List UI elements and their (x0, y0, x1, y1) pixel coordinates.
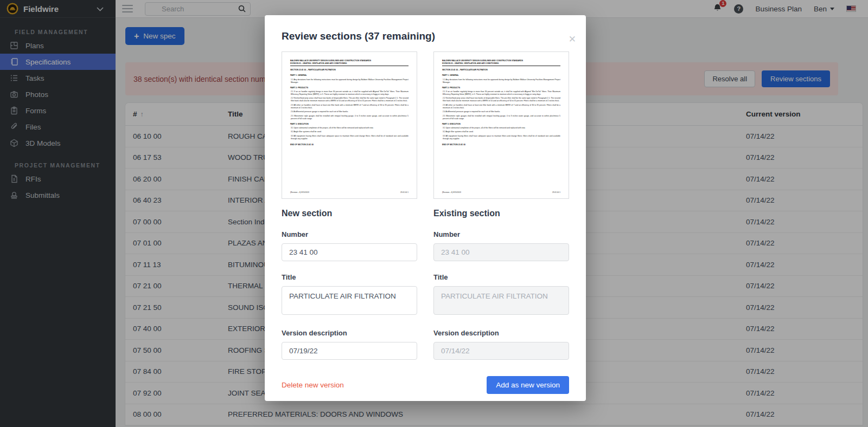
number-label: Number (282, 230, 417, 238)
doc-page: BALDWIN WALLACE UNIVERSITY DESIGN GUIDEL… (290, 60, 409, 146)
existing-section-version-input (433, 342, 569, 360)
version-description-label: Version description (282, 329, 417, 337)
doc-line: 2.3 All other air handlers shall have at… (290, 104, 409, 109)
doc-line: 2.1 If an air handler regularly brings i… (290, 90, 409, 96)
doc-line: 2.4 A differential pressure gauge is req… (442, 111, 560, 113)
new-section-version-input[interactable] (282, 342, 417, 360)
doc-line: END OF SECTION 23 41 00 (442, 144, 560, 146)
doc-line: 2.2 Kitchen/food prep areas shall have t… (442, 97, 560, 102)
doc-line: 3.2 Angle filter systems shall be used. (290, 131, 409, 133)
doc-line: 3.1 Upon substantial completion of the p… (442, 127, 560, 130)
doc-line: 2.5 Monometer style gauges shall be inst… (290, 115, 409, 120)
doc-line: SECTION 23 41 00 – PARTICULATE AIR FILTR… (290, 69, 409, 72)
title-label: Title (282, 273, 417, 281)
close-icon[interactable]: ✕ (569, 35, 576, 44)
modal-title: Review sections (37 remaining) (282, 30, 569, 42)
new-section-title-input[interactable] (282, 286, 417, 315)
doc-line: 3.3 All equipment having filters shall h… (290, 135, 409, 140)
review-sections-modal: ✕ Review sections (37 remaining) BALDWIN… (265, 15, 586, 401)
doc-page: BALDWIN WALLACE UNIVERSITY DESIGN GUIDEL… (442, 60, 560, 146)
existing-section-title-input (433, 286, 569, 315)
new-section-document-preview: BALDWIN WALLACE UNIVERSITY DESIGN GUIDEL… (282, 51, 417, 199)
doc-line: PART 1: GENERAL (442, 74, 560, 77)
doc-line: SECTION 23 41 00 – PARTICULATE AIR FILTR… (442, 69, 560, 72)
modal-footer: Delete new version Add as new version (282, 376, 569, 394)
doc-line: 2.4 A differential pressure gauge is req… (290, 111, 409, 113)
version-description-label: Version description (433, 329, 569, 337)
doc-line: PART 1: GENERAL (290, 74, 409, 77)
add-as-new-version-button[interactable]: Add as new version (487, 376, 569, 394)
new-section-number-input[interactable] (282, 243, 417, 261)
delete-new-version-link[interactable]: Delete new version (282, 381, 344, 389)
section-form-columns: New section Number Title Version descrip… (282, 199, 569, 360)
doc-footer: (Revision – 6) 8/15/201323 41 00 1 (290, 191, 409, 193)
doc-line: 3.1 Upon substantial completion of the p… (290, 127, 409, 130)
existing-section-number-input (433, 243, 569, 261)
existing-section-heading: Existing section (433, 209, 569, 218)
new-section-heading: New section (282, 209, 417, 218)
number-label: Number (433, 230, 569, 238)
doc-line: PART 3: EXECUTION (442, 123, 560, 126)
doc-line: 1.1 Any deviations from the following in… (290, 79, 409, 84)
doc-line: 2.1 If an air handler regularly brings i… (442, 90, 560, 96)
screen: Fieldwire FIELD MANAGEMENT Plans Specifi… (0, 0, 868, 427)
doc-footer: (Revision – 6) 8/15/201323 41 00 1 (442, 191, 560, 193)
existing-section-document-preview: BALDWIN WALLACE UNIVERSITY DESIGN GUIDEL… (433, 51, 569, 199)
doc-line: DIVISION 23 – HEATING, VENTILATION, AND … (442, 62, 560, 66)
doc-line: PART 3: EXECUTION (290, 123, 409, 126)
doc-line: 3.3 All equipment having filters shall h… (442, 135, 560, 140)
document-previews: BALDWIN WALLACE UNIVERSITY DESIGN GUIDEL… (282, 51, 569, 199)
doc-line: 2.2 Kitchen/food prep areas shall have t… (290, 97, 409, 102)
existing-section-column: Existing section Number Title Version de… (433, 199, 569, 360)
doc-line: PART 2: PRODUCTS (442, 87, 560, 89)
doc-line: DIVISION 23 – HEATING, VENTILATION, AND … (290, 62, 409, 66)
doc-line: 3.2 Angle filter systems shall be used. (442, 131, 560, 133)
doc-line: 2.5 Monometer style gauges shall be inst… (442, 115, 560, 120)
doc-line: 2.3 All other air handlers shall have at… (442, 104, 560, 109)
doc-line: END OF SECTION 23 41 00 (290, 144, 409, 146)
doc-line: PART 2: PRODUCTS (290, 87, 409, 89)
title-label: Title (433, 273, 569, 281)
doc-line: 1.1 Any deviations from the following in… (442, 79, 560, 84)
new-section-column: New section Number Title Version descrip… (282, 199, 417, 360)
